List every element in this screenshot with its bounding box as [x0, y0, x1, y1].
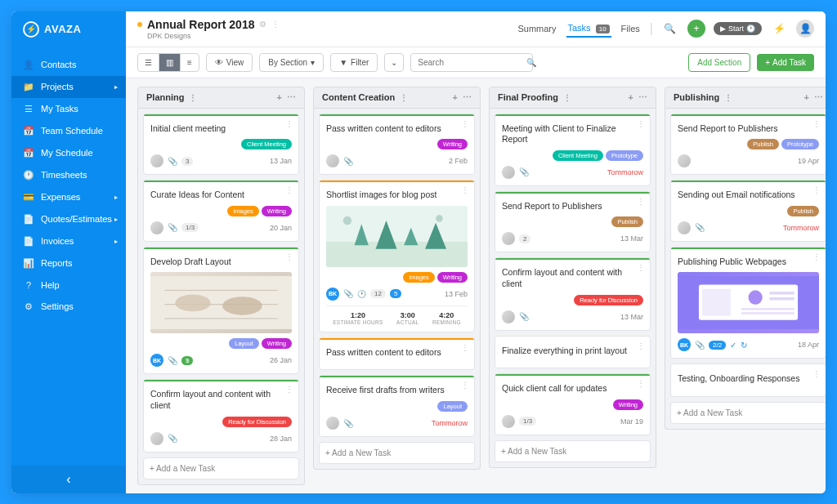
sidebar-item-timesheets[interactable]: 🕐Timesheets [11, 164, 126, 186]
avatar-icon[interactable] [150, 154, 163, 167]
avatar-icon[interactable] [326, 417, 339, 430]
tag[interactable]: Writing [613, 399, 643, 410]
task-card[interactable]: ⋮Confirm layout and content with clientR… [495, 257, 651, 330]
task-card[interactable]: ⋮Quick client call for updatesWriting1/3… [495, 373, 651, 435]
card-menu-icon[interactable]: ⋮ [461, 381, 469, 390]
attachment-icon[interactable]: 📎 [343, 289, 353, 298]
column-more-icon[interactable]: ⋯ [638, 92, 647, 103]
avatar-icon[interactable] [678, 221, 691, 234]
tag[interactable]: Ready for Discussion [222, 417, 292, 427]
tab-tasks[interactable]: Tasks 10 [566, 20, 611, 38]
tab-summary[interactable]: Summary [516, 20, 557, 37]
add-card-button[interactable]: + Add a New Task [143, 457, 299, 479]
avatar-icon[interactable] [678, 154, 691, 167]
add-task-button[interactable]: + Add Task [757, 54, 814, 71]
avatar-icon[interactable] [502, 166, 515, 179]
tag[interactable]: Publish [787, 206, 819, 216]
avatar-icon[interactable] [502, 232, 515, 245]
column-add-icon[interactable]: + [277, 92, 282, 103]
task-card[interactable]: ⋮Pass written content to editors [319, 337, 475, 371]
task-card[interactable]: ⋮Finalize everything in print layout [495, 336, 651, 369]
card-menu-icon[interactable]: ⋮ [461, 185, 469, 194]
column-more-icon[interactable]: ⋯ [287, 92, 296, 103]
column-menu-icon[interactable]: ⋮ [400, 93, 408, 102]
task-card[interactable]: ⋮Send Report to PublishersPublishPrototy… [670, 114, 826, 176]
collapse-sidebar-button[interactable]: ‹ [11, 466, 126, 493]
sidebar-item-contacts[interactable]: 👤Contacts [11, 54, 126, 76]
card-menu-icon[interactable]: ⋮ [285, 119, 293, 128]
card-menu-icon[interactable]: ⋮ [285, 185, 293, 194]
tag[interactable]: Writing [262, 206, 292, 216]
task-card[interactable]: ⋮Testing, Onboarding Responses [670, 364, 826, 397]
tag[interactable]: Writing [437, 139, 468, 149]
card-menu-icon[interactable]: ⋮ [637, 197, 645, 206]
bolt-icon[interactable]: ⚡ [770, 20, 788, 38]
add-card-button[interactable]: + Add a New Task [319, 442, 475, 464]
card-menu-icon[interactable]: ⋮ [812, 369, 821, 378]
attachment-icon[interactable]: 📎 [168, 434, 177, 443]
task-card[interactable]: ⋮Receive first drafts from writersLayout… [319, 375, 475, 437]
sidebar-item-reports[interactable]: 📊Reports [11, 252, 126, 274]
avatar-icon[interactable] [502, 415, 515, 428]
tag[interactable]: Publish [611, 216, 643, 227]
task-card[interactable]: ⋮Publishing Public WebpagesBK📎2/2✓↻18 Ap… [670, 247, 826, 359]
task-card[interactable]: ⋮Pass written content to editorsWriting📎… [319, 114, 475, 176]
sidebar-item-help[interactable]: ?Help [11, 274, 126, 296]
attachment-icon[interactable]: 📎 [695, 341, 705, 350]
avatar-icon[interactable] [502, 310, 515, 323]
avatar-icon[interactable]: BK [678, 338, 691, 351]
card-menu-icon[interactable]: ⋮ [637, 341, 645, 350]
column-add-icon[interactable]: + [453, 92, 458, 103]
card-menu-icon[interactable]: ⋮ [285, 385, 293, 394]
card-menu-icon[interactable]: ⋮ [812, 119, 821, 128]
column-add-icon[interactable]: + [804, 92, 809, 103]
card-menu-icon[interactable]: ⋮ [637, 379, 645, 388]
avatar-icon[interactable]: BK [150, 354, 163, 367]
sidebar-item-my-tasks[interactable]: ☰My Tasks [11, 98, 126, 120]
card-menu-icon[interactable]: ⋮ [637, 263, 645, 272]
avatar-icon[interactable] [150, 221, 163, 234]
expand-button[interactable]: ⌄ [384, 53, 404, 72]
avatar-icon[interactable]: 👤 [796, 20, 814, 38]
add-card-button[interactable]: + Add a New Task [495, 440, 651, 462]
task-card[interactable]: ⋮Send Report to PublishersPublish213 Mar [495, 191, 651, 253]
tag[interactable]: Ready for Discussion [574, 295, 643, 306]
add-card-button[interactable]: + Add a New Task [670, 402, 826, 424]
card-menu-icon[interactable]: ⋮ [812, 185, 821, 194]
add-section-button[interactable]: Add Section [688, 53, 750, 72]
attachment-icon[interactable]: 📎 [168, 356, 177, 365]
card-menu-icon[interactable]: ⋮ [812, 252, 821, 261]
more-icon[interactable]: ⋮ [271, 20, 280, 29]
sidebar-item-settings[interactable]: ⚙Settings [11, 296, 126, 318]
attachment-icon[interactable]: 📎 [168, 223, 177, 232]
task-card[interactable]: ⋮Sending out Email notificationsPublish📎… [670, 180, 826, 242]
tag[interactable]: Writing [262, 338, 292, 349]
tag[interactable]: Images [227, 206, 259, 216]
tag[interactable]: Layout [229, 338, 259, 349]
sort-dropdown[interactable]: By Section ▾ [259, 53, 324, 72]
attachment-icon[interactable]: 📎 [168, 157, 177, 166]
column-more-icon[interactable]: ⋯ [814, 92, 823, 103]
card-menu-icon[interactable]: ⋮ [461, 343, 469, 352]
tag[interactable]: Publish [747, 139, 779, 149]
tag[interactable]: Layout [437, 401, 468, 412]
task-card[interactable]: ⋮Curate Ideas for ContentImagesWriting📎1… [143, 180, 299, 242]
sidebar-item-quotes-estimates[interactable]: 📄Quotes/Estimates▸ [11, 208, 126, 230]
task-card[interactable]: ⋮Initial client meetingClient Meeting📎31… [143, 114, 299, 176]
card-menu-icon[interactable]: ⋮ [637, 119, 645, 128]
gear-icon[interactable]: ⚙ [259, 20, 266, 29]
task-card[interactable]: ⋮Meeting with Client to Finalize ReportC… [495, 114, 651, 186]
column-more-icon[interactable]: ⋯ [463, 92, 472, 103]
sidebar-item-my-schedule[interactable]: 📅My Schedule [11, 142, 126, 164]
sidebar-item-invoices[interactable]: 📄Invoices▸ [11, 230, 126, 252]
task-card[interactable]: ⋮Confirm layout and content with clientR… [143, 379, 299, 452]
attachment-icon[interactable]: 📎 [343, 157, 353, 166]
attachment-icon[interactable]: 📎 [519, 312, 529, 321]
sidebar-item-expenses[interactable]: 💳Expenses▸ [11, 186, 126, 208]
avatar-icon[interactable] [150, 432, 163, 445]
column-menu-icon[interactable]: ⋮ [724, 93, 732, 102]
tag[interactable]: Client Meeting [553, 150, 603, 161]
list-view-button[interactable]: ☰ [138, 54, 159, 71]
filter-button[interactable]: ▼ Filter [330, 53, 378, 72]
attachment-icon[interactable]: 📎 [695, 223, 705, 232]
